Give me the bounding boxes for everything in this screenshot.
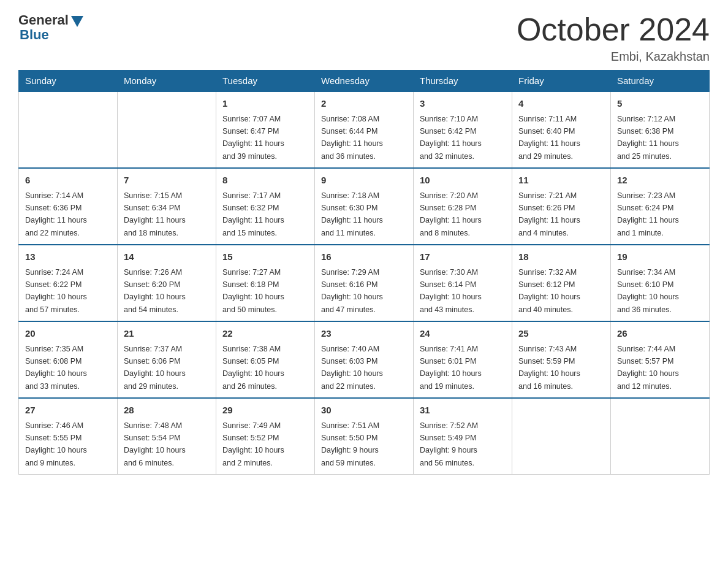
calendar-cell: 30Sunrise: 7:51 AM Sunset: 5:50 PM Dayli… <box>315 398 414 475</box>
day-info: Sunrise: 7:18 AM Sunset: 6:30 PM Dayligh… <box>321 191 383 237</box>
logo-blue-text: Blue <box>18 27 49 43</box>
calendar-cell: 22Sunrise: 7:38 AM Sunset: 6:05 PM Dayli… <box>216 321 315 398</box>
day-number: 8 <box>222 174 308 188</box>
day-number: 6 <box>25 174 111 188</box>
day-info: Sunrise: 7:08 AM Sunset: 6:44 PM Dayligh… <box>321 115 383 161</box>
day-number: 30 <box>321 404 407 418</box>
col-friday: Friday <box>512 71 611 92</box>
calendar-week-2: 6Sunrise: 7:14 AM Sunset: 6:36 PM Daylig… <box>19 168 710 245</box>
day-number: 13 <box>25 250 111 264</box>
calendar-cell: 4Sunrise: 7:11 AM Sunset: 6:40 PM Daylig… <box>512 91 611 168</box>
col-wednesday: Wednesday <box>315 71 414 92</box>
page-header: General Blue October 2024 Embi, Kazakhst… <box>18 12 710 64</box>
calendar-cell: 1Sunrise: 7:07 AM Sunset: 6:47 PM Daylig… <box>216 91 315 168</box>
calendar-cell <box>19 91 118 168</box>
day-number: 17 <box>420 250 506 264</box>
calendar-week-4: 20Sunrise: 7:35 AM Sunset: 6:08 PM Dayli… <box>19 321 710 398</box>
day-number: 19 <box>617 250 703 264</box>
day-info: Sunrise: 7:41 AM Sunset: 6:01 PM Dayligh… <box>420 345 482 391</box>
day-info: Sunrise: 7:23 AM Sunset: 6:24 PM Dayligh… <box>617 191 679 237</box>
day-info: Sunrise: 7:43 AM Sunset: 5:59 PM Dayligh… <box>518 345 580 391</box>
calendar-cell: 5Sunrise: 7:12 AM Sunset: 6:38 PM Daylig… <box>611 91 710 168</box>
day-number: 5 <box>617 97 703 111</box>
day-info: Sunrise: 7:32 AM Sunset: 6:12 PM Dayligh… <box>518 268 580 314</box>
logo-triangle-icon <box>71 16 83 27</box>
day-number: 12 <box>617 174 703 188</box>
day-info: Sunrise: 7:46 AM Sunset: 5:55 PM Dayligh… <box>25 421 87 467</box>
calendar-cell: 3Sunrise: 7:10 AM Sunset: 6:42 PM Daylig… <box>414 91 512 168</box>
day-info: Sunrise: 7:24 AM Sunset: 6:22 PM Dayligh… <box>25 268 87 314</box>
day-info: Sunrise: 7:11 AM Sunset: 6:40 PM Dayligh… <box>518 115 580 161</box>
calendar-cell: 15Sunrise: 7:27 AM Sunset: 6:18 PM Dayli… <box>216 245 315 321</box>
day-info: Sunrise: 7:29 AM Sunset: 6:16 PM Dayligh… <box>321 268 383 314</box>
calendar-cell: 17Sunrise: 7:30 AM Sunset: 6:14 PM Dayli… <box>414 245 512 321</box>
day-number: 23 <box>321 327 407 341</box>
day-info: Sunrise: 7:30 AM Sunset: 6:14 PM Dayligh… <box>420 268 482 314</box>
day-number: 31 <box>420 404 506 418</box>
day-info: Sunrise: 7:20 AM Sunset: 6:28 PM Dayligh… <box>420 191 482 237</box>
calendar-cell: 12Sunrise: 7:23 AM Sunset: 6:24 PM Dayli… <box>611 168 710 245</box>
col-thursday: Thursday <box>414 71 512 92</box>
calendar-cell: 20Sunrise: 7:35 AM Sunset: 6:08 PM Dayli… <box>19 321 118 398</box>
calendar-cell: 26Sunrise: 7:44 AM Sunset: 5:57 PM Dayli… <box>611 321 710 398</box>
col-tuesday: Tuesday <box>216 71 315 92</box>
calendar-week-3: 13Sunrise: 7:24 AM Sunset: 6:22 PM Dayli… <box>19 245 710 321</box>
calendar-header: Sunday Monday Tuesday Wednesday Thursday… <box>19 71 710 92</box>
day-number: 18 <box>518 250 604 264</box>
day-number: 9 <box>321 174 407 188</box>
calendar-cell: 7Sunrise: 7:15 AM Sunset: 6:34 PM Daylig… <box>118 168 216 245</box>
day-number: 3 <box>420 97 506 111</box>
logo: General Blue <box>18 12 83 43</box>
day-number: 26 <box>617 327 703 341</box>
day-number: 28 <box>124 404 210 418</box>
day-number: 2 <box>321 97 407 111</box>
calendar-cell: 19Sunrise: 7:34 AM Sunset: 6:10 PM Dayli… <box>611 245 710 321</box>
header-row: Sunday Monday Tuesday Wednesday Thursday… <box>19 71 710 92</box>
day-info: Sunrise: 7:27 AM Sunset: 6:18 PM Dayligh… <box>222 268 284 314</box>
calendar-cell: 21Sunrise: 7:37 AM Sunset: 6:06 PM Dayli… <box>118 321 216 398</box>
calendar-cell: 9Sunrise: 7:18 AM Sunset: 6:30 PM Daylig… <box>315 168 414 245</box>
calendar-cell: 14Sunrise: 7:26 AM Sunset: 6:20 PM Dayli… <box>118 245 216 321</box>
calendar-cell <box>512 398 611 475</box>
day-number: 22 <box>222 327 308 341</box>
day-info: Sunrise: 7:12 AM Sunset: 6:38 PM Dayligh… <box>617 115 679 161</box>
day-info: Sunrise: 7:40 AM Sunset: 6:03 PM Dayligh… <box>321 345 383 391</box>
calendar-table: Sunday Monday Tuesday Wednesday Thursday… <box>18 70 710 475</box>
calendar-cell: 8Sunrise: 7:17 AM Sunset: 6:32 PM Daylig… <box>216 168 315 245</box>
calendar-week-5: 27Sunrise: 7:46 AM Sunset: 5:55 PM Dayli… <box>19 398 710 475</box>
calendar-cell: 29Sunrise: 7:49 AM Sunset: 5:52 PM Dayli… <box>216 398 315 475</box>
day-info: Sunrise: 7:51 AM Sunset: 5:50 PM Dayligh… <box>321 421 379 467</box>
month-title: October 2024 <box>517 12 710 47</box>
day-info: Sunrise: 7:17 AM Sunset: 6:32 PM Dayligh… <box>222 191 284 237</box>
calendar-cell: 28Sunrise: 7:48 AM Sunset: 5:54 PM Dayli… <box>118 398 216 475</box>
day-number: 27 <box>25 404 111 418</box>
col-monday: Monday <box>118 71 216 92</box>
day-info: Sunrise: 7:35 AM Sunset: 6:08 PM Dayligh… <box>25 345 87 391</box>
logo-general-text: General <box>18 12 69 28</box>
calendar-body: 1Sunrise: 7:07 AM Sunset: 6:47 PM Daylig… <box>19 91 710 475</box>
calendar-cell <box>611 398 710 475</box>
col-saturday: Saturday <box>611 71 710 92</box>
day-number: 15 <box>222 250 308 264</box>
calendar-cell: 13Sunrise: 7:24 AM Sunset: 6:22 PM Dayli… <box>19 245 118 321</box>
calendar-cell: 16Sunrise: 7:29 AM Sunset: 6:16 PM Dayli… <box>315 245 414 321</box>
day-number: 20 <box>25 327 111 341</box>
day-info: Sunrise: 7:14 AM Sunset: 6:36 PM Dayligh… <box>25 191 87 237</box>
calendar-cell: 18Sunrise: 7:32 AM Sunset: 6:12 PM Dayli… <box>512 245 611 321</box>
day-number: 14 <box>124 250 210 264</box>
day-info: Sunrise: 7:38 AM Sunset: 6:05 PM Dayligh… <box>222 345 284 391</box>
day-info: Sunrise: 7:34 AM Sunset: 6:10 PM Dayligh… <box>617 268 679 314</box>
day-info: Sunrise: 7:26 AM Sunset: 6:20 PM Dayligh… <box>124 268 186 314</box>
calendar-cell: 2Sunrise: 7:08 AM Sunset: 6:44 PM Daylig… <box>315 91 414 168</box>
location-text: Embi, Kazakhstan <box>517 50 710 64</box>
day-number: 11 <box>518 174 604 188</box>
calendar-cell: 25Sunrise: 7:43 AM Sunset: 5:59 PM Dayli… <box>512 321 611 398</box>
calendar-cell: 10Sunrise: 7:20 AM Sunset: 6:28 PM Dayli… <box>414 168 512 245</box>
day-info: Sunrise: 7:15 AM Sunset: 6:34 PM Dayligh… <box>124 191 186 237</box>
calendar-cell: 23Sunrise: 7:40 AM Sunset: 6:03 PM Dayli… <box>315 321 414 398</box>
calendar-cell: 24Sunrise: 7:41 AM Sunset: 6:01 PM Dayli… <box>414 321 512 398</box>
day-number: 10 <box>420 174 506 188</box>
day-number: 21 <box>124 327 210 341</box>
day-info: Sunrise: 7:10 AM Sunset: 6:42 PM Dayligh… <box>420 115 482 161</box>
calendar-cell: 31Sunrise: 7:52 AM Sunset: 5:49 PM Dayli… <box>414 398 512 475</box>
